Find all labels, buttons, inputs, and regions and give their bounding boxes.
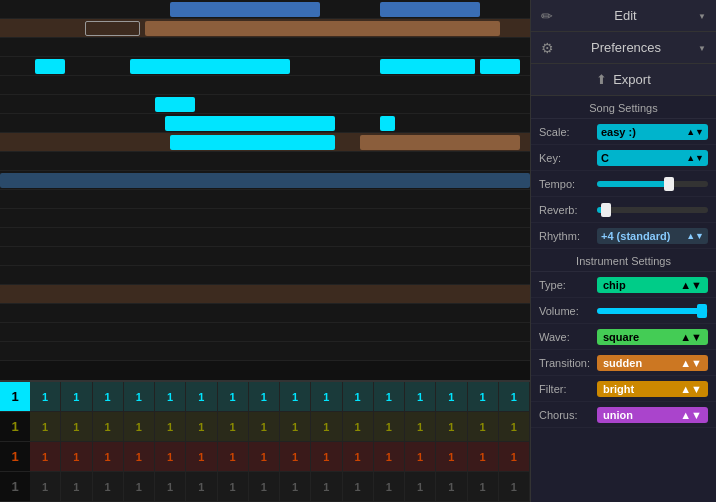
edit-label: Edit (553, 8, 698, 23)
key-value: C (601, 152, 609, 164)
gear-icon (541, 40, 554, 56)
scale-arrow: ▲▼ (686, 127, 704, 137)
key-select[interactable]: C ▲▼ (597, 150, 708, 166)
step-row-3-label[interactable]: 1 (0, 449, 30, 464)
transition-row: Transition: sudden ▲▼ (531, 350, 716, 376)
step-row-2-label[interactable]: 1 (0, 419, 30, 434)
scale-row: Scale: easy :) ▲▼ (531, 119, 716, 145)
rhythm-value: +4 (standard) (601, 230, 670, 242)
key-row: Key: C ▲▼ (531, 145, 716, 171)
step-row-4: 1 1 1 1 1 1 1 1 1 1 1 1 1 1 1 1 1 (0, 472, 530, 502)
instrument-settings-title: Instrument Settings (531, 249, 716, 272)
preferences-dropdown-arrow (698, 42, 706, 53)
scale-label: Scale: (539, 126, 597, 138)
seq-row-19 (0, 342, 530, 361)
filter-label: Filter: (539, 383, 597, 395)
seq-row-11 (0, 190, 530, 209)
reverb-row: Reverb: (531, 197, 716, 223)
chorus-select[interactable]: union ▲▼ (597, 407, 708, 423)
seq-row-2 (0, 19, 530, 38)
step-sequencer[interactable]: 1 1 1 1 1 1 1 1 1 1 1 1 1 1 1 1 1 1 (0, 380, 530, 502)
reverb-slider[interactable] (597, 207, 708, 213)
step-row-3: 1 1 1 1 1 1 1 1 1 1 1 1 1 1 1 1 1 (0, 442, 530, 472)
pencil-icon (541, 8, 553, 24)
transition-select[interactable]: sudden ▲▼ (597, 355, 708, 371)
wave-select[interactable]: square ▲▼ (597, 329, 708, 345)
step-row-2-cells: 1 1 1 1 1 1 1 1 1 1 1 1 1 1 1 1 (30, 412, 530, 441)
step-row-1-label[interactable]: 1 (0, 382, 30, 411)
seq-row-14 (0, 247, 530, 266)
filter-value: bright (603, 383, 634, 395)
seq-row-10 (0, 171, 530, 190)
volume-control[interactable] (597, 308, 708, 314)
edit-dropdown-arrow (698, 10, 706, 21)
transition-control[interactable]: sudden ▲▼ (597, 355, 708, 371)
tempo-control[interactable] (597, 181, 708, 187)
seq-row-12 (0, 209, 530, 228)
export-label: Export (613, 72, 651, 87)
piano-roll[interactable] (0, 0, 530, 380)
type-select[interactable]: chip ▲▼ (597, 277, 708, 293)
sequencer-panel: 1 1 1 1 1 1 1 1 1 1 1 1 1 1 1 1 1 1 (0, 0, 530, 502)
volume-row: Volume: (531, 298, 716, 324)
key-control[interactable]: C ▲▼ (597, 150, 708, 166)
step-row-4-cells: 1 1 1 1 1 1 1 1 1 1 1 1 1 1 1 1 (30, 472, 530, 501)
right-panel: Edit Preferences ⬆ Export Song Settings … (530, 0, 716, 502)
type-row: Type: chip ▲▼ (531, 272, 716, 298)
reverb-control[interactable] (597, 207, 708, 213)
step-row-4-label[interactable]: 1 (0, 479, 30, 494)
tempo-slider[interactable] (597, 181, 708, 187)
type-value: chip (603, 279, 626, 291)
rhythm-row: Rhythm: +4 (standard) ▲▼ (531, 223, 716, 249)
export-button[interactable]: ⬆ Export (531, 64, 716, 96)
seq-row-8 (0, 133, 530, 152)
scale-select[interactable]: easy :) ▲▼ (597, 124, 708, 140)
filter-row: Filter: bright ▲▼ (531, 376, 716, 402)
seq-row-6 (0, 95, 530, 114)
wave-label: Wave: (539, 331, 597, 343)
seq-row-9 (0, 152, 530, 171)
step-row-1: 1 1 1 1 1 1 1 1 1 1 1 1 1 1 1 1 1 (0, 382, 530, 412)
filter-control[interactable]: bright ▲▼ (597, 381, 708, 397)
key-arrow: ▲▼ (686, 153, 704, 163)
seq-row-13 (0, 228, 530, 247)
type-arrow: ▲▼ (680, 279, 702, 291)
seq-row-5 (0, 76, 530, 95)
type-control[interactable]: chip ▲▼ (597, 277, 708, 293)
step-row-2: 1 1 1 1 1 1 1 1 1 1 1 1 1 1 1 1 1 (0, 412, 530, 442)
tempo-row: Tempo: (531, 171, 716, 197)
transition-label: Transition: (539, 357, 597, 369)
chorus-control[interactable]: union ▲▼ (597, 407, 708, 423)
rhythm-control[interactable]: +4 (standard) ▲▼ (597, 228, 708, 244)
wave-control[interactable]: square ▲▼ (597, 329, 708, 345)
rhythm-arrow: ▲▼ (686, 231, 704, 241)
volume-slider[interactable] (597, 308, 708, 314)
step-row-1-cells: 1 1 1 1 1 1 1 1 1 1 1 1 1 1 1 1 (30, 382, 530, 411)
preferences-button[interactable]: Preferences (531, 32, 716, 64)
rhythm-label: Rhythm: (539, 230, 597, 242)
chorus-label: Chorus: (539, 409, 597, 421)
seq-row-7 (0, 114, 530, 133)
transition-arrow: ▲▼ (680, 357, 702, 369)
filter-arrow: ▲▼ (680, 383, 702, 395)
seq-row-4 (0, 57, 530, 76)
song-settings-title: Song Settings (531, 96, 716, 119)
export-icon: ⬆ (596, 72, 607, 87)
chorus-value: union (603, 409, 633, 421)
reverb-thumb[interactable] (601, 203, 611, 217)
tempo-thumb[interactable] (664, 177, 674, 191)
scale-control[interactable]: easy :) ▲▼ (597, 124, 708, 140)
seq-row-15 (0, 266, 530, 285)
filter-select[interactable]: bright ▲▼ (597, 381, 708, 397)
reverb-label: Reverb: (539, 204, 597, 216)
key-label: Key: (539, 152, 597, 164)
seq-row-18 (0, 323, 530, 342)
volume-label: Volume: (539, 305, 597, 317)
volume-thumb[interactable] (697, 304, 707, 318)
wave-row: Wave: square ▲▼ (531, 324, 716, 350)
seq-row-16 (0, 285, 530, 304)
tempo-label: Tempo: (539, 178, 597, 190)
seq-row-1 (0, 0, 530, 19)
edit-button[interactable]: Edit (531, 0, 716, 32)
rhythm-select[interactable]: +4 (standard) ▲▼ (597, 228, 708, 244)
